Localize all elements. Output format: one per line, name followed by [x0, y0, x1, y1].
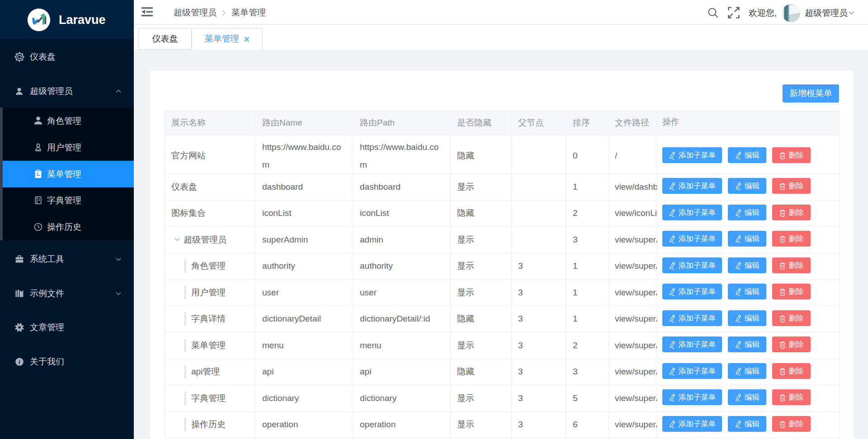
- svg-text:i: i: [19, 359, 20, 365]
